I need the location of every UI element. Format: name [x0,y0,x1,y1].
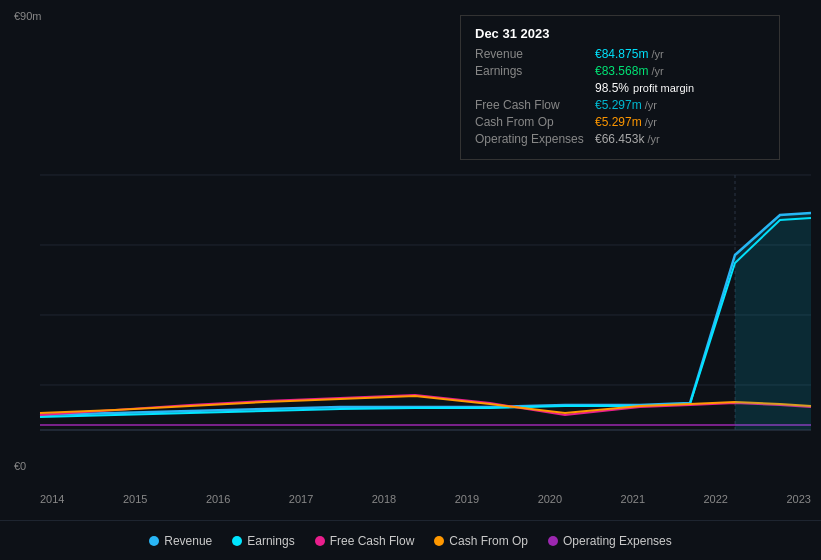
tooltip-box: Dec 31 2023 Revenue €84.875m /yr Earning… [460,15,780,160]
tooltip-cfo-row: Cash From Op €5.297m /yr [475,115,765,129]
y-axis-top-label: €90m [14,10,42,22]
legend-cfo-dot [434,536,444,546]
tooltip-title: Dec 31 2023 [475,26,765,41]
legend-fcf[interactable]: Free Cash Flow [315,534,415,548]
legend-fcf-dot [315,536,325,546]
tooltip-fcf-row: Free Cash Flow €5.297m /yr [475,98,765,112]
tooltip-fcf-label: Free Cash Flow [475,98,595,112]
tooltip-earnings-value: €83.568m [595,64,648,78]
tooltip-revenue-value: €84.875m [595,47,648,61]
tooltip-fcf-unit: /yr [645,99,657,111]
x-label-2018: 2018 [372,493,396,505]
legend-revenue-dot [149,536,159,546]
legend-opex-dot [548,536,558,546]
tooltip-earnings-row: Earnings €83.568m /yr [475,64,765,78]
legend-opex-label: Operating Expenses [563,534,672,548]
x-label-2022: 2022 [704,493,728,505]
tooltip-margin-text: profit margin [633,82,694,94]
x-label-2020: 2020 [538,493,562,505]
legend-cfo-label: Cash From Op [449,534,528,548]
legend-opex[interactable]: Operating Expenses [548,534,672,548]
x-label-2016: 2016 [206,493,230,505]
tooltip-opex-value: €66.453k [595,132,644,146]
svg-marker-6 [735,213,811,430]
tooltip-cfo-unit: /yr [645,116,657,128]
legend-fcf-label: Free Cash Flow [330,534,415,548]
tooltip-revenue-unit: /yr [651,48,663,60]
tooltip-opex-row: Operating Expenses €66.453k /yr [475,132,765,146]
x-label-2017: 2017 [289,493,313,505]
legend-cfo[interactable]: Cash From Op [434,534,528,548]
legend-earnings[interactable]: Earnings [232,534,294,548]
x-label-2019: 2019 [455,493,479,505]
tooltip-opex-unit: /yr [647,133,659,145]
chart-legend: Revenue Earnings Free Cash Flow Cash Fro… [0,520,821,560]
tooltip-margin-row: 98.5% profit margin [475,81,765,95]
x-label-2015: 2015 [123,493,147,505]
x-label-2021: 2021 [621,493,645,505]
tooltip-opex-label: Operating Expenses [475,132,595,146]
tooltip-earnings-unit: /yr [651,65,663,77]
tooltip-revenue-label: Revenue [475,47,595,61]
x-label-2014: 2014 [40,493,64,505]
tooltip-revenue-row: Revenue €84.875m /yr [475,47,765,61]
legend-earnings-label: Earnings [247,534,294,548]
tooltip-margin-value: 98.5% [595,81,629,95]
tooltip-fcf-value: €5.297m [595,98,642,112]
chart-svg [0,155,821,485]
tooltip-earnings-label: Earnings [475,64,595,78]
tooltip-cfo-label: Cash From Op [475,115,595,129]
legend-revenue[interactable]: Revenue [149,534,212,548]
legend-revenue-label: Revenue [164,534,212,548]
x-axis: 2014 2015 2016 2017 2018 2019 2020 2021 … [40,493,811,505]
legend-earnings-dot [232,536,242,546]
tooltip-cfo-value: €5.297m [595,115,642,129]
x-label-2023: 2023 [786,493,810,505]
